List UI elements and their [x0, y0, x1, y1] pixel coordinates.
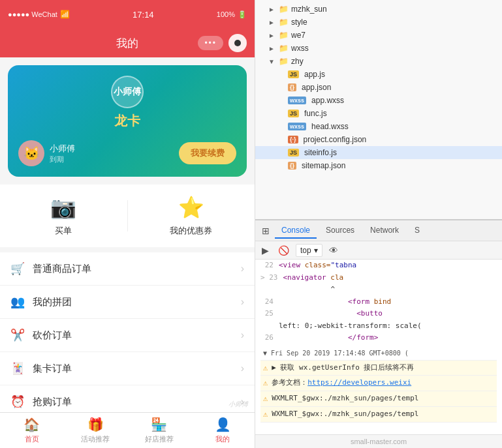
- log-date-text: ▼ Fri Sep 20 2019 17:14:48 GMT+0800 (: [263, 349, 409, 358]
- battery-text: 100%: [217, 10, 235, 18]
- tree-item-style[interactable]: ► 📁 style: [255, 16, 502, 29]
- user-details: 小师傅 到期: [50, 143, 75, 164]
- line-number: [260, 284, 274, 295]
- folder-label: mzhk_sun: [291, 5, 327, 14]
- context-selector[interactable]: top ▾: [296, 244, 322, 257]
- status-bar: ●●●●● WeChat 📶 17:14 100% 🔋: [0, 0, 255, 29]
- flash-sale-label: 抢购订单: [33, 396, 233, 408]
- menu-list: 🛒 普通商品订单 › 👥 我的拼团 › ✂️ 砍价订单 › 🃏 集卡订单 › ⏰…: [0, 252, 255, 412]
- log-warn-getuserinfo: ⚠ ▶ 获取 wx.getUserInfo 接口后续将不再: [260, 361, 497, 376]
- expire-label: 到期: [50, 155, 75, 164]
- js-badge: JS: [288, 70, 299, 78]
- renew-button[interactable]: 我要续费: [179, 142, 236, 164]
- dropdown-arrow: ▾: [314, 246, 318, 255]
- expand-arrow: ▼: [268, 58, 276, 65]
- menu-item-group-buy[interactable]: 👥 我的拼团 ›: [0, 286, 255, 319]
- devtools-panel-icon[interactable]: ⊞: [259, 224, 272, 237]
- file-label: head.wxss: [311, 122, 349, 131]
- card-collect-label: 集卡订单: [33, 363, 233, 375]
- title-bar: 我的 •••: [0, 29, 255, 57]
- tree-item-sitemap-json[interactable]: {} sitemap.json: [255, 159, 502, 172]
- file-label: project.config.json: [304, 135, 367, 144]
- tree-item-we7[interactable]: ► 📁 we7: [255, 29, 502, 42]
- code-line-caret: ^: [255, 284, 502, 296]
- file-label: app.json: [302, 83, 331, 92]
- tab-activities[interactable]: 🎁 活动推荐: [64, 413, 128, 448]
- tree-item-siteinfo-js[interactable]: JS siteinfo.js: [255, 146, 502, 159]
- log-text: WXMLRT_$gwx:./mzhk_sun/pages/templ: [272, 409, 418, 419]
- tab-mine-label: 我的: [215, 434, 230, 444]
- file-label: app.wxss: [311, 96, 344, 105]
- tab-console[interactable]: Console: [275, 223, 317, 239]
- time-display: 17:14: [133, 10, 154, 20]
- log-section: ▼ Fri Sep 20 2019 17:14:48 GMT+0800 ( ⚠ …: [255, 344, 502, 425]
- menu-item-normal-orders[interactable]: 🛒 普通商品订单 ›: [0, 252, 255, 286]
- file-label: func.js: [304, 109, 327, 118]
- more-options-button[interactable]: •••: [198, 36, 223, 50]
- tab-bar: 🏠 首页 🎁 活动推荐 🏪 好店推荐 👤 我的: [0, 412, 255, 448]
- tree-item-head-wxss[interactable]: wxss head.wxss: [255, 120, 502, 133]
- clear-button[interactable]: 🚫: [275, 244, 292, 257]
- file-label: app.js: [304, 70, 325, 79]
- folder-label: zhy: [291, 57, 304, 66]
- normal-orders-label: 普通商品订单: [33, 263, 233, 275]
- group-icon: 👥: [10, 295, 25, 309]
- record-button[interactable]: [228, 34, 247, 52]
- file-label: sitemap.json: [302, 161, 345, 170]
- tab-mine[interactable]: 👤 我的: [191, 413, 255, 448]
- membership-card: 小师傅 龙卡 🐱 小师傅 到期 我要续费: [8, 65, 247, 177]
- folder-label: style: [291, 18, 307, 27]
- bargain-label: 砍价订单: [33, 329, 233, 342]
- line-number: 22: [260, 260, 274, 271]
- devtools-toolbar: ▶ 🚫 top ▾ 👁: [255, 241, 502, 260]
- tab-home[interactable]: 🏠 首页: [0, 413, 64, 448]
- menu-item-bargain[interactable]: ✂️ 砍价订单 ›: [0, 319, 255, 352]
- title-right-icons: •••: [198, 34, 247, 52]
- code-line-transform: left: 0;-webkit-transform: scale(: [255, 320, 502, 333]
- tree-item-project-config[interactable]: {·} project.config.json: [255, 133, 502, 146]
- signal-area: ●●●●● WeChat 📶: [8, 10, 70, 19]
- tree-item-zhy[interactable]: ▼ 📁 zhy: [255, 55, 502, 68]
- file-label: siteinfo.js: [304, 148, 337, 157]
- folder-icon: 📁: [279, 44, 289, 53]
- js-badge: JS: [288, 149, 299, 157]
- scissors-icon: ✂️: [10, 328, 25, 342]
- tab-network[interactable]: Network: [364, 223, 405, 239]
- eye-button[interactable]: 👁: [326, 244, 341, 257]
- line-content: left: 0;-webkit-transform: scale(: [279, 321, 422, 332]
- file-tree: ► 📁 mzhk_sun ► 📁 style ► 📁 we7 ► 📁 wxss …: [255, 0, 502, 219]
- tab-sources[interactable]: Sources: [319, 223, 361, 239]
- expand-arrow: ►: [268, 6, 276, 13]
- menu-item-flash-sale[interactable]: ⏰ 抢购订单 ›: [0, 385, 255, 412]
- warn-icon: ⚠: [263, 378, 268, 389]
- menu-item-card-collect[interactable]: 🃏 集卡订单 ›: [0, 352, 255, 385]
- line-number: 24: [260, 297, 274, 308]
- tree-item-app-json[interactable]: {} app.json: [255, 81, 502, 94]
- tab-extra[interactable]: S: [408, 223, 426, 239]
- warn-icon: ⚠: [263, 409, 268, 420]
- code-line-25: 25 <butto: [255, 308, 502, 320]
- tab-shops[interactable]: 🏪 好店推荐: [127, 413, 191, 448]
- tree-item-wxss[interactable]: ► 📁 wxss: [255, 42, 502, 55]
- signal-text: ●●●●● WeChat: [8, 10, 57, 18]
- line-content: <form bind: [279, 297, 391, 308]
- coupon-action[interactable]: ⭐ 我的优惠券: [128, 195, 255, 237]
- shop-icon: 🏪: [151, 417, 167, 432]
- line-number: [260, 321, 274, 332]
- expand-arrow: ►: [268, 32, 276, 39]
- line-content: <butto: [279, 308, 383, 320]
- run-button[interactable]: ▶: [259, 244, 272, 257]
- line-content: <view class="tabna: [279, 260, 356, 271]
- gift-icon: 🎁: [87, 417, 104, 432]
- tree-item-func-js[interactable]: JS func.js: [255, 107, 502, 120]
- arrow-icon-2: ›: [241, 296, 244, 308]
- buy-action[interactable]: 📷 买单: [0, 195, 127, 237]
- log-warn-reference: ⚠ 参考文档：https://developers.weixi: [260, 376, 497, 391]
- tree-item-app-wxss[interactable]: wxss app.wxss: [255, 94, 502, 107]
- tree-item-app-js[interactable]: JS app.js: [255, 68, 502, 81]
- log-link[interactable]: https://developers.weixi: [307, 378, 411, 387]
- line-number: 25: [260, 308, 274, 320]
- log-warn-wxmlrt-2: ⚠ WXMLRT_$gwx:./mzhk_sun/pages/templ: [260, 407, 497, 423]
- tree-item-mzhk-sun[interactable]: ► 📁 mzhk_sun: [255, 3, 502, 16]
- folder-icon: 📁: [279, 31, 289, 40]
